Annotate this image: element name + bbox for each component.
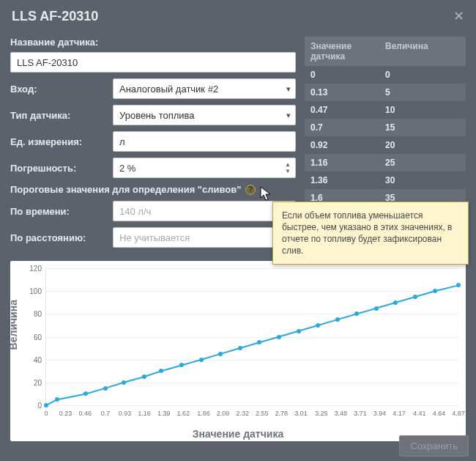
chart-point — [413, 295, 417, 299]
cell-value: 0 — [385, 70, 460, 80]
th-sensor: Значение датчика — [310, 41, 385, 62]
ytick: 20 — [34, 378, 46, 386]
table-header: Значение датчика Величина — [305, 37, 466, 66]
chart-point — [199, 358, 204, 362]
table-row[interactable]: 0.715 — [305, 119, 466, 136]
info-tooltip: Если объем топлива уменьшается быстрее, … — [272, 202, 469, 265]
xtick: 0.93 — [119, 405, 132, 417]
sensor-name-label: Название датчика: — [10, 37, 113, 48]
input-channel-select[interactable]: Аналоговый датчик #2 ▾ — [113, 78, 296, 99]
cell-value: 30 — [385, 175, 460, 185]
cell-sensor: 0 — [310, 70, 385, 80]
cell-value: 5 — [385, 87, 460, 97]
chart-point — [103, 386, 108, 391]
chevron-down-icon: ▾ — [286, 111, 291, 120]
unit-label: Ед. измерения: — [10, 136, 113, 147]
chart-point — [218, 352, 223, 356]
form-panel: Название датчика: Вход: Аналоговый датчи… — [10, 37, 296, 254]
ytick: 80 — [34, 310, 46, 318]
xtick: 1.62 — [177, 405, 190, 417]
close-icon[interactable]: ✕ — [453, 8, 464, 24]
cell-sensor: 0.7 — [310, 122, 385, 133]
xtick: 2.55 — [256, 405, 269, 417]
chevron-down-icon: ▾ — [286, 84, 291, 94]
unit-input[interactable] — [113, 131, 296, 152]
stepper-arrows[interactable]: ▲ ▼ — [283, 159, 293, 177]
xtick: 3.94 — [373, 405, 387, 417]
save-button[interactable]: Сохранить — [399, 435, 469, 457]
table-row[interactable]: 0.9220 — [305, 136, 466, 154]
xtick: 4.87 — [452, 405, 465, 417]
chart-point — [297, 329, 301, 333]
by-distance-input[interactable] — [113, 227, 296, 248]
xtick: 4.41 — [413, 405, 426, 417]
dialog-footer: Сохранить — [399, 435, 469, 457]
chart-point — [374, 306, 379, 311]
thresholds-text: Пороговые значения для определения "слив… — [10, 184, 241, 195]
cell-sensor: 0.47 — [310, 105, 385, 115]
th-value: Величина — [385, 41, 460, 62]
chart-ylabel: Величина — [7, 300, 19, 350]
xtick: 2.78 — [275, 405, 289, 417]
ytick: 60 — [34, 333, 46, 341]
chart-point — [335, 317, 340, 322]
dialog-title: LLS AF-20310 — [12, 9, 98, 24]
xtick: 3.01 — [294, 405, 308, 417]
chart-point — [277, 335, 281, 339]
ytick: 120 — [29, 265, 46, 273]
cell-value: 25 — [385, 158, 460, 168]
chart-point — [456, 283, 461, 287]
cell-sensor: 0.92 — [310, 140, 385, 150]
chart-point — [433, 289, 437, 293]
titlebar: LLS AF-20310 ✕ — [0, 0, 476, 32]
xtick: 0.46 — [78, 405, 92, 417]
table-row[interactable]: 1.1625 — [305, 154, 466, 172]
xtick: 0.23 — [59, 405, 72, 417]
table-row[interactable]: 0.135 — [305, 84, 466, 101]
input-channel-label: Вход: — [10, 84, 113, 95]
xtick: 2.32 — [236, 405, 249, 417]
xtick: 3.25 — [315, 405, 328, 417]
xtick: 3.48 — [335, 405, 348, 417]
info-icon[interactable]: ? — [245, 185, 256, 195]
error-label: Погрешность: — [10, 163, 113, 174]
sensor-type-label: Тип датчика: — [10, 110, 113, 121]
by-distance-label: По расстоянию: — [10, 232, 113, 243]
by-time-input[interactable] — [113, 201, 296, 221]
table-row[interactable]: 1.3630 — [305, 172, 466, 189]
sensor-type-value: Уровень топлива — [119, 110, 195, 121]
chevron-up-icon: ▲ — [283, 161, 293, 168]
sensor-type-select[interactable]: Уровень топлива ▾ — [113, 105, 296, 125]
chart-point — [316, 323, 320, 328]
cell-sensor: 1.16 — [310, 158, 385, 168]
xtick: 1.16 — [138, 405, 151, 417]
table-row[interactable]: 00 — [305, 66, 466, 84]
calibration-chart: Величина 02040608010012000.230.460.70.93… — [10, 261, 466, 441]
ytick: 100 — [29, 287, 46, 295]
xtick: 0.7 — [101, 405, 111, 417]
chart-point — [238, 346, 242, 350]
table-row[interactable]: 0.4710 — [305, 101, 466, 119]
cell-value: 15 — [385, 122, 460, 133]
input-channel-value: Аналоговый датчик #2 — [119, 84, 218, 95]
xtick: 1.39 — [157, 405, 171, 417]
cell-sensor: 0.13 — [310, 87, 385, 97]
cell-value: 20 — [385, 140, 460, 150]
chevron-down-icon: ▼ — [283, 168, 293, 174]
chart-point — [44, 403, 48, 407]
cell-value: 10 — [385, 105, 460, 115]
xtick: 2.09 — [217, 405, 230, 417]
sensor-settings-dialog: LLS AF-20310 ✕ Название датчика: Вход: А… — [0, 0, 476, 461]
sensor-name-input[interactable] — [10, 52, 296, 73]
xtick: 4.64 — [433, 405, 446, 417]
error-input[interactable] — [113, 158, 296, 178]
xtick: 4.17 — [393, 405, 406, 417]
xtick: 1.86 — [197, 405, 210, 417]
chart-xlabel: Значение датчика — [10, 428, 466, 440]
ytick: 40 — [34, 355, 46, 364]
thresholds-section-label: Пороговые значения для определения "слив… — [10, 184, 296, 195]
cell-sensor: 1.36 — [310, 175, 385, 185]
by-time-label: По времени: — [10, 206, 113, 217]
xtick: 3.71 — [354, 405, 367, 417]
